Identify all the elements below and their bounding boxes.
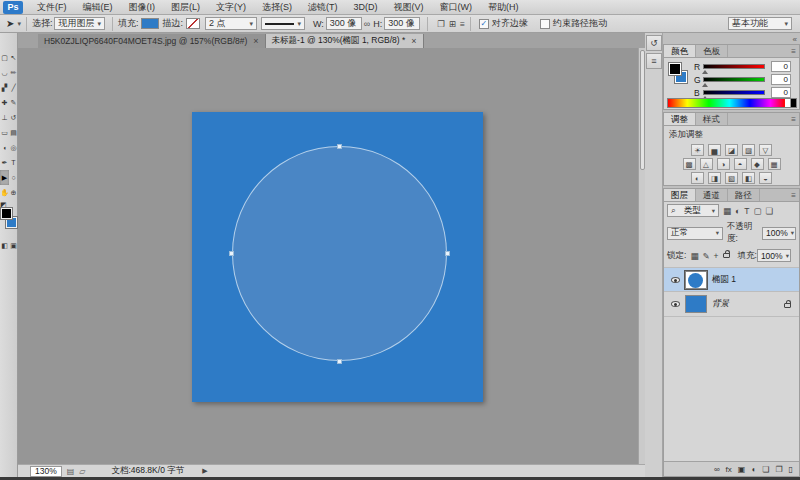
menu-image[interactable]: 图像(I) — [121, 0, 164, 15]
move-tool-icon[interactable]: ↖ — [9, 50, 18, 65]
brush-tool-icon[interactable]: ✎ — [9, 95, 18, 110]
menu-3d[interactable]: 3D(D) — [346, 0, 386, 15]
layer-thumbnail[interactable] — [685, 295, 707, 313]
color-balance-icon[interactable]: △ — [700, 158, 713, 170]
menu-select[interactable]: 选择(S) — [254, 0, 300, 15]
pen-tool-icon[interactable]: ✒ — [0, 155, 9, 170]
quick-mask-icon[interactable]: ◧ — [0, 238, 9, 253]
shape-height-field[interactable]: 300 像 — [384, 17, 420, 30]
red-slider[interactable] — [703, 64, 765, 69]
delete-layer-icon[interactable]: ▯ — [789, 465, 793, 474]
blue-value-field[interactable]: 0 — [771, 87, 791, 98]
brightness-contrast-icon[interactable]: ☀ — [691, 144, 704, 156]
document-tab-2[interactable]: 未标题-1 @ 130%(椭圆 1, RGB/8) * × — [266, 34, 424, 48]
select-mode-dropdown[interactable]: 现用图层 ▾ — [54, 17, 105, 30]
posterize-icon[interactable]: ◨ — [708, 172, 721, 184]
fill-color-swatch[interactable] — [141, 18, 159, 29]
invert-icon[interactable]: ◐ — [691, 172, 704, 184]
tab-styles[interactable]: 样式 — [696, 113, 728, 125]
path-alignment-icon[interactable]: ⊞ — [449, 19, 456, 29]
gradient-tool-icon[interactable]: ▤ — [9, 125, 18, 140]
green-slider[interactable] — [703, 77, 765, 82]
menu-window[interactable]: 窗口(W) — [432, 0, 481, 15]
dodge-tool-icon[interactable]: ◎ — [9, 140, 18, 155]
tab-swatches[interactable]: 色板 — [696, 45, 728, 57]
stroke-color-swatch[interactable] — [186, 18, 200, 29]
healing-brush-tool-icon[interactable]: ✚ — [0, 95, 9, 110]
close-icon[interactable]: × — [253, 36, 258, 46]
exposure-icon[interactable]: ▨ — [742, 144, 755, 156]
clone-stamp-tool-icon[interactable]: ⊥ — [0, 110, 9, 125]
tool-preset-chevron-icon[interactable]: ▾ — [17, 20, 21, 28]
vertical-scrollbar[interactable] — [638, 48, 645, 464]
curves-icon[interactable]: ◪ — [725, 144, 738, 156]
layer-name[interactable]: 椭圆 1 — [712, 274, 736, 286]
add-layer-mask-icon[interactable]: ▣ — [738, 465, 746, 474]
link-dimensions-icon[interactable]: ∞ — [364, 19, 370, 29]
filter-smart-objects-icon[interactable]: ❏ — [765, 206, 773, 216]
hand-tool-icon[interactable]: ✋ — [0, 185, 9, 200]
current-tool-icon[interactable]: ➤ — [6, 18, 14, 29]
shape-tool-icon[interactable]: ○ — [9, 170, 18, 185]
zoom-tool-icon[interactable]: ⊕ — [9, 185, 18, 200]
new-group-icon[interactable]: ❏ — [762, 465, 769, 474]
gradient-map-icon[interactable]: ◧ — [742, 172, 755, 184]
fill-field[interactable]: 100% ▾ — [757, 249, 791, 262]
layer-row-background[interactable]: 背景 — [664, 292, 799, 317]
workspace-dropdown[interactable]: 基本功能 ▾ — [728, 17, 792, 30]
threshold-icon[interactable]: ▧ — [725, 172, 738, 184]
foreground-color-swatch[interactable] — [669, 63, 681, 75]
crop-tool-icon[interactable]: ▞ — [0, 80, 9, 95]
photo-filter-icon[interactable]: ◓ — [734, 158, 747, 170]
anchor-point-bottom[interactable] — [337, 359, 342, 364]
channel-mixer-icon[interactable]: ◆ — [751, 158, 764, 170]
layer-filter-dropdown[interactable]: ⌕ 类型 ▾ — [667, 204, 719, 217]
panel-menu-icon[interactable]: ≡ — [791, 113, 799, 125]
levels-icon[interactable]: ▅ — [708, 144, 721, 156]
menu-filter[interactable]: 滤镜(T) — [300, 0, 346, 15]
lock-pixels-icon[interactable]: ✎ — [702, 251, 709, 261]
properties-panel-icon[interactable]: ≡ — [646, 53, 662, 69]
vibrance-icon[interactable]: ▽ — [759, 144, 772, 156]
color-lookup-icon[interactable]: ▦ — [768, 158, 781, 170]
new-adjustment-layer-icon[interactable]: ◐ — [751, 465, 756, 474]
anchor-point-left[interactable] — [229, 251, 234, 256]
canvas-document[interactable] — [192, 112, 483, 402]
anchor-point-top[interactable] — [337, 144, 342, 149]
link-layers-icon[interactable]: ∞ — [714, 465, 720, 474]
history-panel-icon[interactable]: ↺ — [646, 35, 662, 51]
path-operations-icon[interactable]: ❐ — [437, 19, 445, 29]
opacity-field[interactable]: 100% ▾ — [762, 227, 796, 240]
menu-file[interactable]: 文件(F) — [29, 0, 75, 15]
screen-mode-icon[interactable]: ▣ — [9, 238, 18, 253]
blue-slider[interactable] — [703, 90, 765, 95]
filter-pixel-layers-icon[interactable]: ▦ — [723, 206, 731, 216]
menu-type[interactable]: 文字(Y) — [208, 0, 254, 15]
eyedropper-tool-icon[interactable]: ╱ — [9, 80, 18, 95]
zoom-level-field[interactable]: 130% — [30, 466, 62, 477]
blur-tool-icon[interactable]: ◖ — [0, 140, 9, 155]
eraser-tool-icon[interactable]: ▭ — [0, 125, 9, 140]
tab-paths[interactable]: 路径 — [728, 189, 760, 201]
path-arrangement-icon[interactable]: ≡ — [460, 19, 465, 29]
quick-selection-tool-icon[interactable]: ✏ — [9, 65, 18, 80]
lasso-tool-icon[interactable]: ◡ — [0, 65, 9, 80]
layer-style-fx-icon[interactable]: fx — [726, 465, 732, 474]
panel-menu-icon[interactable]: ≡ — [791, 189, 799, 201]
green-value-field[interactable]: 0 — [771, 74, 791, 85]
tab-adjustments[interactable]: 调整 — [664, 113, 696, 125]
lock-position-icon[interactable]: + — [714, 251, 719, 261]
layer-thumbnail[interactable] — [685, 271, 707, 289]
hue-saturation-icon[interactable]: ▩ — [683, 158, 696, 170]
align-edges-checkbox[interactable]: ✓ — [479, 19, 489, 29]
collapse-dock-icon[interactable]: « — [793, 35, 797, 44]
history-brush-tool-icon[interactable]: ↺ — [9, 110, 18, 125]
black-white-icon[interactable]: ◑ — [717, 158, 730, 170]
filter-shape-layers-icon[interactable]: ▢ — [753, 206, 761, 216]
blend-mode-dropdown[interactable]: 正常 ▾ — [667, 227, 723, 240]
lock-transparency-icon[interactable]: ▦ — [690, 251, 698, 261]
menu-layer[interactable]: 图层(L) — [163, 0, 208, 15]
panel-menu-icon[interactable]: ≡ — [791, 45, 799, 57]
visibility-eye-icon[interactable] — [671, 277, 680, 283]
tab-layers[interactable]: 图层 — [664, 189, 696, 201]
